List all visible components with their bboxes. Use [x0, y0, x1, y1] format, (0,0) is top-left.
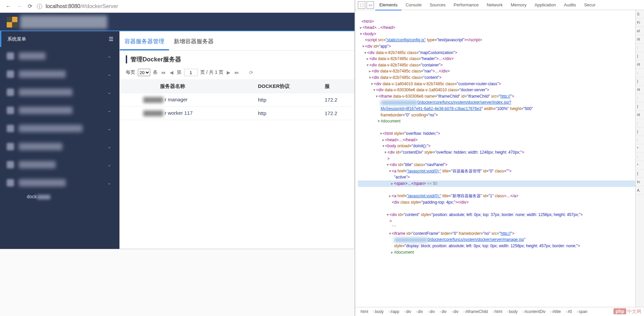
sidebar-item-5[interactable]: ⌄ [0, 138, 119, 156]
sidebar-item-expanded[interactable]: dock [0, 192, 119, 205]
chevron-down-icon: ⌄ [107, 126, 111, 131]
dom-node[interactable]: <script src="static/config/config.js" ty… [358, 37, 635, 43]
dom-node[interactable]: > [358, 156, 635, 162]
dom-node[interactable]: ▾#document [358, 118, 635, 124]
breadcrumb-node[interactable]: div [425, 309, 437, 315]
dom-node[interactable]: " " [358, 224, 635, 230]
dom-node[interactable]: <html> [358, 18, 635, 25]
breadcrumb-node[interactable]: #contentDiv [520, 309, 547, 315]
breadcrumb-node[interactable]: span [574, 309, 589, 315]
dom-node[interactable]: ▾<div id="title" class="navPanel"> [358, 162, 635, 168]
dom-node[interactable]: ▸<span>…</span> == $0 [358, 180, 635, 187]
dom-node[interactable] [358, 12, 635, 18]
sidebar-item-2[interactable]: ⌄ [0, 83, 119, 101]
back-icon[interactable]: ← [5, 3, 12, 9]
dom-node[interactable]: ▾<div data-v-82b7485c class="content"> [358, 74, 635, 81]
dom-node[interactable] [358, 255, 635, 262]
reload-icon[interactable]: ⟳ [26, 3, 34, 9]
dom-breadcrumb[interactable]: htmlbody#appdivdivdivdivdiv#iframeChildh… [355, 307, 644, 316]
dom-node[interactable]: ▾<body> [358, 31, 635, 37]
dom-node[interactable] [358, 262, 635, 268]
dom-node[interactable]: ▾<div id="app"> [358, 43, 635, 50]
dom-node[interactable]: ▸<div data-v-82b7485c class="header">…</… [358, 56, 635, 62]
sidebar-item-7[interactable]: ⌄ [0, 174, 119, 192]
dom-node[interactable]: > [358, 218, 635, 224]
dom-node[interactable]: ▾<iframe id="contentFrame" brder="0" fra… [358, 230, 635, 237]
breadcrumb-node[interactable]: #0 [563, 309, 574, 315]
dom-node[interactable]: ▾<div data-v-82b7485c class="container"> [358, 62, 635, 68]
devtools-tab-network[interactable]: Network [483, 0, 507, 10]
dom-node[interactable]: ▾<div id="content" style="position: abso… [358, 212, 635, 218]
breadcrumb-node[interactable]: html [490, 309, 504, 315]
sidebar-item-1[interactable]: ⌄ [0, 65, 119, 83]
page-input[interactable] [184, 69, 198, 76]
breadcrumb-node[interactable]: div [413, 309, 425, 315]
dom-node[interactable]: ▾<div data-v-1a804010 data-v-82b7485c cl… [358, 81, 635, 87]
dom-node[interactable] [358, 124, 635, 131]
dom-node[interactable]: 0/docker/core/funcs/system/docker/server… [358, 236, 635, 243]
forward-icon[interactable]: → [15, 3, 23, 9]
dom-node[interactable]: ▾<div id="contentDiv" style="overflow: h… [358, 149, 635, 156]
breadcrumb-node[interactable]: #app [386, 309, 401, 315]
devtools-tab-application[interactable]: Application [531, 0, 560, 10]
breadcrumb-node[interactable]: div [449, 309, 461, 315]
breadcrumb-node[interactable]: div [401, 309, 413, 315]
elements-tree[interactable]: <html> ▸<head>…</head> ▾<body> <script s… [355, 10, 635, 307]
dom-node[interactable]: ▾<body onload="doInit();"> [358, 143, 635, 149]
table-row[interactable]: r managerhttp172.2 [120, 93, 354, 107]
device-icon[interactable]: ▭ [367, 1, 374, 9]
devtools-tab-console[interactable]: Console [401, 0, 426, 10]
sidebar-sub-docker[interactable]: dock [7, 194, 50, 199]
dom-node[interactable]: ▸#document [358, 249, 635, 256]
last-page-icon[interactable]: ⏭ [234, 70, 240, 75]
breadcrumb-node[interactable]: body [370, 309, 386, 315]
devtools-tab-elements[interactable]: Elements [375, 0, 401, 10]
sidebar: 系统菜单 ☰ ⌄⌄⌄⌄⌄⌄⌄⌄ dock [0, 31, 119, 249]
per-page-select[interactable]: 20 [138, 69, 150, 76]
tab-add-container-server[interactable]: 新增容器服务器 [169, 34, 218, 50]
site-info-icon[interactable]: i [37, 4, 42, 9]
dom-node[interactable]: ▾<iframe data-v-630306e6 name="iframeChi… [358, 93, 635, 100]
address-bar[interactable]: localhost:8080/#/dockerServer [46, 3, 350, 9]
collapse-icon[interactable]: ☰ [109, 36, 113, 42]
sidebar-item-4[interactable]: ⌄ [0, 119, 119, 138]
breadcrumb-node[interactable]: html [359, 309, 370, 315]
dom-node[interactable] [358, 187, 635, 193]
dom-node[interactable]: ▾<a href="javascript:void(0);" title="容器… [358, 168, 635, 174]
devtools-tab-audits[interactable]: Audits [560, 0, 580, 10]
devtools-tab-performance[interactable]: Performance [450, 0, 483, 10]
breadcrumb-node[interactable]: #title [548, 309, 563, 315]
sidebar-item-0[interactable]: ⌄ [0, 47, 119, 65]
dom-node[interactable] [358, 205, 635, 212]
prev-page-icon[interactable]: ◀ [169, 70, 174, 75]
inspect-icon[interactable]: ⬚ [358, 1, 365, 9]
dom-node[interactable]: 0/docker/core/funcs/system/docker/server… [358, 99, 635, 106]
dom-node[interactable]: ▸<head>…</head> [358, 24, 635, 31]
table-row[interactable]: r worker 117http172.2 [120, 107, 354, 120]
dom-node[interactable]: ▸<a href="javascript:void(0);" title="新增… [358, 193, 635, 199]
devtools-tab-memory[interactable]: Memory [507, 0, 531, 10]
dom-node[interactable]: ▾<html style="overflow: hidden;"> [358, 130, 635, 137]
first-page-icon[interactable]: ⏮ [160, 70, 166, 75]
breadcrumb-node[interactable]: body [504, 309, 520, 315]
tab-container-server-manage[interactable]: 容器服务器管理 [120, 34, 169, 50]
devtools-tab-sources[interactable]: Sources [426, 0, 450, 10]
next-page-icon[interactable]: ▶ [226, 70, 231, 75]
dom-node[interactable]: ▸<div data-v-82b7485c class="nav">…</div… [358, 68, 635, 74]
dom-node[interactable]: ▸<head>…</head> [358, 137, 635, 143]
dom-node[interactable]: style="display: block; position: absolut… [358, 243, 635, 249]
dom-node[interactable]: MySessionId=8f167e91-6a62-4e38-b078-c3ba… [358, 106, 635, 112]
dom-node[interactable]: ▾<div data-v-630306e6 data-v-1a804010 cl… [358, 87, 635, 93]
devtools-tab-secur[interactable]: Secur [580, 0, 599, 10]
dom-node[interactable]: "active"> [358, 174, 635, 180]
sidebar-item-6[interactable]: ⌄ [0, 156, 119, 174]
dom-node[interactable]: <div class style="padding-top: 4px;"></d… [358, 199, 635, 206]
refresh-icon[interactable]: ⟳ [249, 70, 254, 75]
sidebar-item-3[interactable]: ⌄ [0, 101, 119, 119]
dom-node[interactable]: frameborder="0" scrolling="no"> [358, 112, 635, 118]
breadcrumb-node[interactable]: #iframeChild [461, 309, 490, 315]
breadcrumb-node[interactable]: div [437, 309, 448, 315]
menu-label-blurred [19, 161, 56, 168]
style-rule-fragment: #t [636, 60, 644, 69]
dom-node[interactable]: ▾<div data-v-82b7485c class="mapCustomiz… [358, 50, 635, 56]
